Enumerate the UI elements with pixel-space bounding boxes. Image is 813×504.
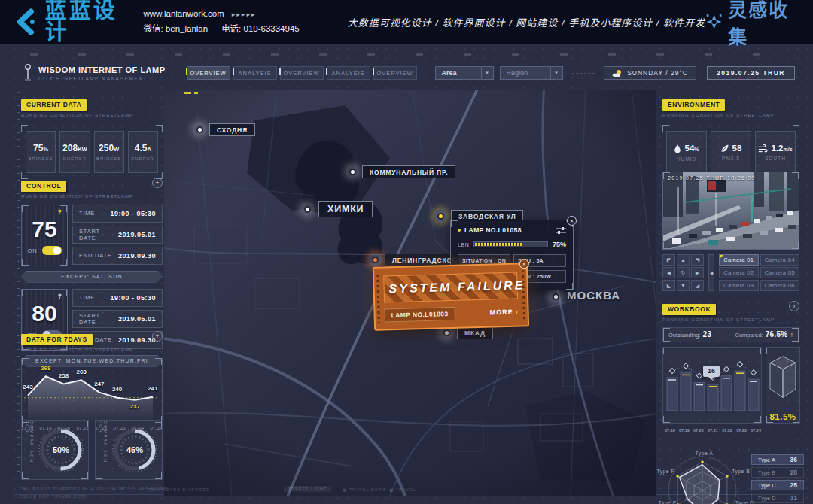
area-select[interactable]: Area ▾ [435, 66, 494, 80]
pan-up-icon[interactable]: ▲ [677, 254, 690, 266]
power-toggle[interactable] [42, 246, 62, 255]
camera-view[interactable]: 2019.07.25 THUR 18:26:09 [662, 172, 799, 250]
chevron-down-icon: ▾ [550, 67, 562, 79]
pan-down-right-icon[interactable]: ◢ [691, 280, 704, 291]
map-label-kommunalny[interactable]: КОММУНАЛЬНЫЙ ПР. [362, 165, 455, 178]
lbn-value: 75% [553, 241, 566, 248]
tab-overview-2[interactable]: OVERVIEW [280, 66, 324, 80]
tab-overview-1[interactable]: OVERVIEW [187, 66, 230, 80]
up-arrow-icon: ↑ [790, 331, 794, 339]
gauge-side-label: COMPARISON FOR [25, 421, 34, 479]
arrows-decoration: ▸▸▸▸▸ [232, 11, 257, 18]
inspiration-collect[interactable]: 灵感收集 [705, 0, 801, 49]
map-pin-moskva[interactable] [549, 290, 562, 303]
map-pin-skhodnya[interactable] [193, 123, 206, 136]
pan-up-left-icon[interactable]: ◤ [662, 254, 675, 266]
close-icon[interactable]: ✕ [567, 216, 577, 226]
pan-up-right-icon[interactable]: ◥ [691, 254, 704, 266]
camera-01-button[interactable]: Camera 01 [719, 254, 759, 266]
camera-05-button[interactable]: Camera 05 [760, 267, 800, 278]
sun-cloud-icon [612, 69, 623, 77]
bar-tooltip: 16 [703, 366, 720, 377]
type-a-row[interactable]: Type A36 [751, 454, 804, 465]
map-pin-khimki[interactable] [300, 202, 314, 216]
camera-02-button[interactable]: Camera 02 [719, 267, 759, 278]
map-label-khimki[interactable]: ХИМКИ [318, 201, 373, 217]
camera-04-button[interactable]: Camera 04 [760, 254, 800, 266]
leaf-icon [720, 144, 729, 153]
dashboard-header: WISDOM INTERNET OF LAMP CITY STREETLAMP … [23, 63, 795, 83]
type-b-row[interactable]: Type B28 [751, 467, 804, 478]
next-button[interactable]: › [789, 301, 799, 311]
failure-title: SYSTEM FAILURE [388, 279, 512, 296]
panel-title-badge: CONTROL [21, 181, 66, 192]
bulb-icon [56, 293, 63, 299]
collapse-icon[interactable]: ◀ [708, 254, 714, 291]
map-label-moskva[interactable]: МОСКВА [567, 289, 620, 302]
row-value: 2019.05.01 [118, 315, 156, 323]
collect-label: 灵感收集 [728, 0, 801, 49]
panel-subtitle: RUNNING CONDITION OF STREETLAMP [662, 317, 775, 322]
lanlan-logo[interactable]: 蓝蓝设计 [12, 0, 131, 44]
add-button[interactable]: + [152, 331, 163, 342]
droplet-icon [674, 144, 681, 153]
pan-down-left-icon[interactable]: ◣ [662, 280, 675, 291]
camera-feed-image [663, 172, 799, 250]
bar-x-axis: 07.1807.19 07.2007.21 07.2207.23 07.24 [663, 428, 763, 433]
gauge-50: COMPARISON FOR 50% [21, 420, 89, 480]
region-select[interactable]: Region ▾ [500, 66, 563, 80]
week-line-chart: 243268258263247240237241 [21, 358, 163, 423]
footer-check1: ▣ TRAVEL BOTH [343, 487, 385, 492]
compared-label: Compared: [735, 332, 763, 339]
panel-subtitle: RUNNING CONDITION OF STREETLAMP [662, 113, 799, 117]
env-card-pm25: 58 PM2.5 [711, 131, 751, 175]
metric-label: ENERGY [131, 156, 154, 161]
pan-left-icon[interactable]: ◀ [662, 267, 675, 278]
more-button[interactable]: MORE› [489, 308, 518, 317]
tab-analysis-1[interactable]: ANALYSIS [233, 66, 277, 80]
pan-right-icon[interactable]: ▶ [691, 267, 704, 278]
sparkle-icon [705, 12, 723, 32]
camera-panel: 2019.07.25 THUR 18:26:09 [662, 172, 799, 291]
row-value: 2019.09.30 [118, 252, 156, 260]
street-light-badge: STREET LIGHT [284, 486, 331, 492]
tab-bar: OVERVIEW ANALYSIS OVERVIEW ANALYSIS OVER… [187, 66, 417, 80]
camera-03-button[interactable]: Camera 03 [719, 280, 759, 291]
metric-value: 208 [62, 143, 78, 153]
map-pin-leningradskoe[interactable] [368, 253, 382, 266]
panel-title-badge: WORKBOOK [662, 304, 716, 315]
refresh-icon[interactable]: ↻ [677, 267, 690, 278]
sliders-icon[interactable] [556, 227, 566, 234]
accent-decoration [194, 92, 198, 94]
city-map[interactable]: СХОДНЯ КОММУНАЛЬНЫЙ ПР. ХИМКИ ЗАВОДСКАЯ … [164, 90, 656, 496]
tab-analysis-2[interactable]: ANALYSIS [327, 66, 370, 80]
camera-06-button[interactable]: Camera 06 [760, 280, 800, 291]
map-label-skhodnya[interactable]: СХОДНЯ [209, 123, 255, 136]
bar-chart-svg [665, 349, 761, 414]
current-data-cards: 75% BRINESS 208KW ENERGY 250W BRINESS 4.… [21, 125, 163, 179]
footer-mid: TWO ROADS DIVERGED [148, 487, 210, 492]
metric-unit: % [43, 146, 48, 153]
metric-value: 4.5 [135, 143, 148, 153]
metric-value: 250 [99, 143, 114, 153]
tab-overview-3[interactable]: OVERVIEW [373, 66, 417, 80]
weather-widget: SUNNDAY / 29°C [604, 66, 696, 80]
gauge-value: 50% [37, 426, 85, 474]
map-pin-zavodskaya[interactable] [434, 209, 447, 223]
panel-title-badge: DATA FOR 7DAYS [21, 334, 93, 345]
env-label: HUMID [677, 156, 696, 162]
row-value: 19:00 - 05:30 [110, 294, 156, 302]
pan-down-icon[interactable]: ▼ [677, 280, 690, 291]
metric-card-energy: 208KW ENERGY [59, 131, 90, 173]
state-label: ON [27, 247, 37, 254]
accent-decoration [184, 92, 191, 94]
footer-decoration: TWO ROADS DIVERGED IN A YELLOW WOOD, AND… [19, 486, 794, 501]
current-data-panel: CURRENT DATA RUNNING CONDITION OF STREET… [21, 96, 163, 179]
lamp-id: LAMP NO.L01058 [464, 226, 522, 234]
website-link[interactable]: www.lanlanwork.com [143, 9, 224, 18]
footer-dash-decoration [207, 490, 275, 490]
add-button[interactable]: + [152, 178, 163, 188]
map-pin-kommunalny[interactable] [346, 165, 359, 178]
metric-unit: KW [78, 146, 87, 153]
workbook-side-value: 81.5% [769, 412, 796, 421]
